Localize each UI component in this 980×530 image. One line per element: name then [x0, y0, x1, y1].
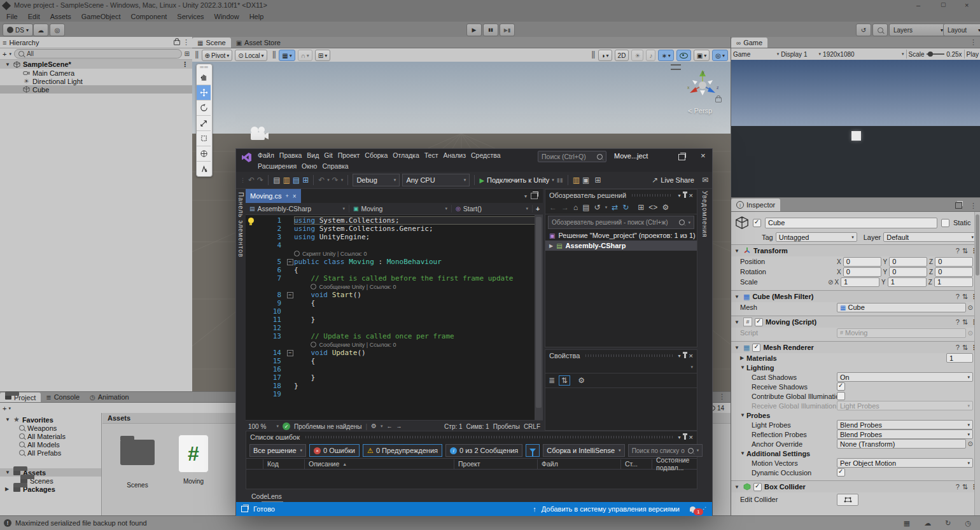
- code-line[interactable]: 10: [246, 307, 543, 316]
- presets-icon[interactable]: ⇅: [962, 293, 968, 301]
- notifications-button[interactable]: 1: [690, 506, 696, 512]
- move-tool-button[interactable]: [197, 85, 211, 101]
- health-label[interactable]: Проблемы не найдены: [294, 423, 361, 430]
- mesh-filter-header[interactable]: ▼ ▦ Cube (Mesh Filter) ? ⇅ ⋮: [731, 290, 980, 302]
- property-pages-icon[interactable]: ⚙: [578, 377, 585, 384]
- lighting-toggle-button[interactable]: ☀: [631, 50, 643, 61]
- attach-to-unity-button[interactable]: ▶ Подключить к Unity ▾: [479, 176, 554, 184]
- code-line[interactable]: 11 }: [246, 316, 543, 324]
- code-line[interactable]: 7 // Start is called before the first fr…: [246, 274, 543, 282]
- packages-folder-row[interactable]: ▶ Packages: [0, 485, 101, 493]
- back-icon[interactable]: ←: [549, 204, 557, 211]
- snap-magnet-button[interactable]: ∩ ▾: [298, 50, 312, 61]
- code-line[interactable]: 6{: [246, 266, 543, 274]
- overlay-drag-handle[interactable]: ══: [197, 64, 212, 70]
- warnings-filter-button[interactable]: ⚠ 0 Предупреждения: [363, 444, 442, 457]
- unity-menu-item[interactable]: File: [1, 12, 23, 21]
- configuration-dropdown[interactable]: Debug▾: [353, 174, 400, 186]
- help-icon[interactable]: ?: [956, 344, 960, 351]
- column-project[interactable]: Проект: [454, 459, 538, 469]
- layout-dropdown[interactable]: Layout ▾: [943, 24, 980, 36]
- close-button[interactable]: ×: [701, 151, 706, 160]
- tab-project[interactable]: Project: [0, 393, 41, 402]
- unity-menu-item[interactable]: Services: [172, 12, 209, 21]
- help-icon[interactable]: ?: [956, 483, 960, 491]
- position-x-field[interactable]: 0: [843, 257, 881, 267]
- error-list-header[interactable]: Список ошибок ▾ ×: [246, 431, 697, 443]
- foldout-icon[interactable]: ▼: [734, 319, 741, 325]
- foldout-icon[interactable]: ▼: [734, 345, 741, 351]
- orientation-gizmo[interactable]: y x z: [685, 67, 720, 103]
- solution-row[interactable]: ▣ Решение "Move_project" (проектов: 1 из…: [545, 230, 697, 241]
- unity-menu-item[interactable]: GameObject: [76, 12, 126, 21]
- properties-window-icon[interactable]: ⊞: [638, 204, 644, 211]
- column-line[interactable]: Ст...: [621, 459, 652, 469]
- display-dropdown[interactable]: Display 1 ▾: [781, 51, 821, 58]
- restore-button[interactable]: [678, 154, 685, 160]
- unity-menu-item[interactable]: Assets: [45, 12, 76, 21]
- float-icon[interactable]: [531, 193, 538, 199]
- camera-gizmo-icon[interactable]: [248, 125, 270, 144]
- vs-menu-item[interactable]: Справка: [319, 162, 351, 171]
- codelens-row[interactable]: Скрипт Unity | Ссылок: 0: [246, 249, 543, 258]
- code-line[interactable]: 1using System.Collections;: [246, 216, 543, 225]
- code-line[interactable]: 5−public class Moving : MonoBehaviour: [246, 258, 543, 266]
- object-picker-icon[interactable]: ⊙: [968, 440, 973, 447]
- play-focused-dropdown[interactable]: Play: [967, 51, 979, 58]
- grid-visibility-button[interactable]: ▦ ▾: [279, 50, 295, 61]
- scale-x-field[interactable]: 1: [841, 277, 879, 287]
- camera-settings-dropdown[interactable]: ▣ ▾: [694, 50, 710, 61]
- moving-script-header[interactable]: ▼ # Moving (Script) ? ⇅ ⋮: [731, 316, 980, 328]
- code-line[interactable]: 4: [246, 241, 543, 249]
- view-tool-button[interactable]: [197, 70, 211, 85]
- properties-header[interactable]: Свойства ▾ ×: [545, 350, 697, 361]
- pin-icon[interactable]: [684, 353, 686, 358]
- alphabetical-sort-button[interactable]: ⇅: [559, 375, 570, 386]
- dynamic-occlusion-checkbox[interactable]: [837, 468, 845, 477]
- fold-marker[interactable]: −: [287, 292, 293, 298]
- toolbox-tab[interactable]: Панель элементов: [237, 192, 244, 259]
- pin-icon[interactable]: [684, 435, 686, 440]
- document-tab-moving-cs[interactable]: Moving.cs + ×: [246, 189, 301, 203]
- error-search-input[interactable]: Поиск по списку о ▾: [628, 444, 703, 457]
- scale-y-field[interactable]: 1: [888, 277, 927, 287]
- float-window-icon[interactable]: [955, 202, 962, 209]
- solution-explorer-header[interactable]: Обозреватель решений ▾ ×: [545, 190, 697, 201]
- grid-snap-button[interactable]: ⊞ ▾: [315, 50, 330, 61]
- breadcrumb-type-dropdown[interactable]: ▣Moving ▾: [349, 205, 452, 213]
- presets-icon[interactable]: ⇅: [962, 344, 968, 352]
- tab-inspector[interactable]: i Inspector: [731, 199, 780, 211]
- chevron-down-icon[interactable]: ▾: [678, 435, 681, 440]
- asset-moving-script[interactable]: # Moving: [171, 435, 216, 485]
- favorites-foldout[interactable]: ▼ ★ Favorites: [0, 415, 101, 424]
- messages-filter-button[interactable]: i 0 из 2 Сообщения: [445, 444, 522, 457]
- platform-dropdown[interactable]: Any CPU▾: [402, 174, 470, 186]
- search-window-icon[interactable]: ⊞: [185, 50, 190, 57]
- kebab-menu-icon[interactable]: ⋮: [181, 60, 192, 69]
- favorite-all-models[interactable]: All Models: [0, 440, 101, 449]
- unity-menu-item[interactable]: Window: [209, 12, 244, 21]
- vs-menu-item[interactable]: Отладка: [390, 151, 422, 160]
- reflection-probes-dropdown[interactable]: Blend Probes ▾: [837, 429, 973, 439]
- services-button[interactable]: ◎: [50, 24, 65, 36]
- column-flag[interactable]: [246, 459, 263, 469]
- maximize-button[interactable]: ▢: [941, 1, 946, 8]
- position-y-field[interactable]: 0: [889, 257, 927, 267]
- pin-icon[interactable]: [684, 193, 686, 198]
- hierarchy-search-input[interactable]: All: [14, 49, 182, 59]
- lock-icon[interactable]: [174, 40, 180, 45]
- help-icon[interactable]: ?: [956, 293, 960, 300]
- foldout-icon[interactable]: ▶: [740, 355, 746, 361]
- transform-header[interactable]: ▼ Transform ? ⇅ ⋮: [731, 244, 980, 256]
- tab-scene[interactable]: ▦ Scene: [192, 38, 231, 48]
- editor-scrollbar[interactable]: [535, 215, 543, 420]
- 2d-toggle-button[interactable]: 2D: [615, 50, 629, 61]
- cursor-line[interactable]: Стр: 1: [444, 423, 462, 430]
- foldout-icon[interactable]: ▼: [734, 294, 741, 300]
- rotation-y-field[interactable]: 0: [889, 267, 927, 277]
- inspector-scrollbar[interactable]: [974, 212, 980, 516]
- structure-icon[interactable]: ⊞: [594, 176, 601, 184]
- materials-size-field[interactable]: 1: [946, 353, 973, 363]
- rotation-x-field[interactable]: 0: [843, 267, 881, 277]
- gizmos-dropdown[interactable]: ◎ ▾: [712, 50, 728, 61]
